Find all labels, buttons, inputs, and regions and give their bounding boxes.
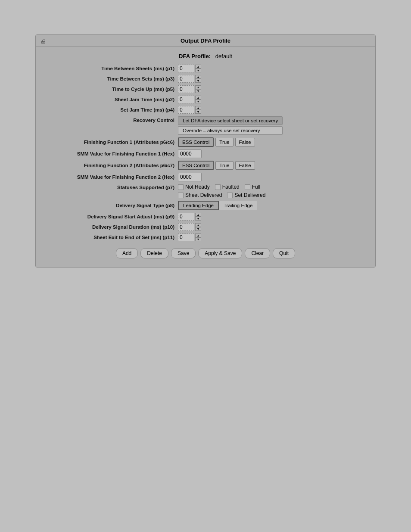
smm-ff1-input[interactable] (178, 149, 202, 158)
set-jam-time-down[interactable]: ▼ (195, 110, 201, 114)
checkbox-sheet-delivered-box[interactable] (178, 193, 184, 198)
time-between-sheets-up[interactable]: ▲ (195, 65, 201, 68)
delivery-signal-start-down[interactable]: ▼ (195, 217, 201, 221)
ff2-true[interactable]: True (215, 161, 233, 170)
delivery-signal-duration-label: Delivery Signal Duration (ms) (p10) (44, 224, 178, 230)
smm-ff1-row: SMM Value for Finishing Function 1 (Hex) (44, 149, 367, 158)
sheet-exit-up[interactable]: ▲ (195, 233, 201, 237)
finishing-function-2-label: Finishing Function 2 (Attributes p6/c7) (44, 163, 178, 168)
checkbox-set-delivered-box[interactable] (227, 193, 233, 198)
ff2-ess-control[interactable]: ESS Control (178, 161, 214, 170)
window-icon: 🖨 (40, 37, 46, 44)
delivery-edge-group: Leading Edge Trailing Edge (178, 201, 257, 210)
checkbox-sheet-delivered[interactable]: Sheet Delivered (178, 192, 222, 198)
statuses-block: Not Ready Faulted Full Sheet Delivered (178, 184, 265, 198)
checkbox-set-delivered-label: Set Delivered (234, 192, 265, 198)
time-between-sheets-control: ▲ ▼ (178, 65, 201, 72)
time-between-sheets-label: Time Between Sheets (ms) (p1) (44, 66, 178, 71)
delivery-signal-duration-down[interactable]: ▼ (195, 227, 201, 231)
delivery-signal-start-row: Delivery Signal Start Adjust (ms) (p9) ▲… (44, 213, 367, 221)
time-between-sets-down[interactable]: ▼ (195, 79, 201, 83)
checkbox-not-ready[interactable]: Not Ready (178, 184, 210, 190)
delivery-signal-type-row: Delivery Signal Type (p8) Leading Edge T… (44, 201, 367, 210)
sheet-exit-input[interactable] (178, 233, 194, 241)
checkbox-full[interactable]: Full (245, 184, 260, 190)
checkbox-faulted-label: Faulted (222, 184, 240, 190)
checkbox-full-box[interactable] (245, 184, 250, 190)
sheet-exit-label: Sheet Exit to End of Set (ms) (p11) (44, 235, 178, 240)
delivery-signal-duration-row: Delivery Signal Duration (ms) (p10) ▲ ▼ (44, 223, 367, 231)
clear-button[interactable]: Clear (245, 248, 270, 258)
delivery-signal-start-up[interactable]: ▲ (195, 213, 201, 217)
recovery-option-0[interactable]: Let DFA device select sheet or set recov… (178, 116, 283, 125)
sheet-jam-time-control: ▲ ▼ (178, 96, 201, 103)
delivery-signal-duration-input[interactable] (178, 223, 194, 231)
sheet-jam-time-spinner: ▲ ▼ (195, 96, 201, 103)
save-button[interactable]: Save (171, 248, 196, 258)
delivery-signal-duration-spinner: ▲ ▼ (195, 223, 201, 231)
window-title: Output DFA Profile (181, 37, 230, 44)
checkbox-faulted[interactable]: Faulted (215, 184, 240, 190)
ff1-false[interactable]: False (235, 138, 255, 146)
time-between-sheets-input[interactable] (178, 65, 194, 72)
recovery-option-1[interactable]: Override – always use set recovery (178, 126, 283, 135)
recovery-control-row: Recovery Control Let DFA device select s… (44, 116, 367, 135)
ff1-ess-control[interactable]: ESS Control (178, 137, 214, 147)
add-button[interactable]: Add (116, 248, 138, 258)
apply-save-button[interactable]: Apply & Save (198, 248, 242, 258)
time-between-sheets-down[interactable]: ▼ (195, 68, 201, 72)
sheet-jam-time-up[interactable]: ▲ (195, 96, 201, 100)
time-to-cycle-up-control: ▲ ▼ (178, 85, 201, 93)
sheet-jam-time-input[interactable] (178, 96, 194, 103)
smm-ff2-input[interactable] (178, 173, 202, 181)
checkbox-not-ready-box[interactable] (178, 184, 184, 190)
sheet-jam-time-down[interactable]: ▼ (195, 100, 201, 103)
finishing-function-2-group: ESS Control True False (178, 161, 255, 170)
sheet-exit-control: ▲ ▼ (178, 233, 201, 241)
quit-button[interactable]: Quit (273, 248, 295, 258)
output-dfa-profile-window: 🖨 Output DFA Profile DFA Profile: defaul… (35, 34, 376, 268)
set-jam-time-input[interactable] (178, 106, 194, 114)
time-to-cycle-up-label: Time to Cycle Up (ms) (p5) (44, 87, 178, 92)
statuses-supported-row: Statuses Supported (p7) Not Ready Faulte… (44, 184, 367, 198)
delivery-signal-type-label: Delivery Signal Type (p8) (44, 203, 178, 208)
time-to-cycle-up-down[interactable]: ▼ (195, 89, 201, 93)
time-between-sets-up[interactable]: ▲ (195, 75, 201, 79)
set-jam-time-up[interactable]: ▲ (195, 106, 201, 110)
checkbox-faulted-box[interactable] (215, 184, 221, 190)
sheet-jam-time-label: Sheet Jam Time (ms) (p2) (44, 97, 178, 102)
time-between-sets-label: Time Between Sets (ms) (p3) (44, 76, 178, 81)
checkbox-full-label: Full (252, 184, 260, 190)
checkbox-set-delivered[interactable]: Set Delivered (227, 192, 265, 198)
action-buttons: Add Delete Save Apply & Save Clear Quit (44, 248, 367, 258)
time-between-sets-input[interactable] (178, 75, 194, 83)
recovery-control-group: Let DFA device select sheet or set recov… (178, 116, 283, 135)
dfa-profile-row: DFA Profile: default (44, 53, 367, 59)
time-between-sets-spinner: ▲ ▼ (195, 75, 201, 83)
statuses-supported-label: Statuses Supported (p7) (44, 184, 178, 190)
delete-button[interactable]: Delete (140, 248, 168, 258)
finishing-function-1-group: ESS Control True False (178, 137, 255, 147)
delivery-signal-start-control: ▲ ▼ (178, 213, 201, 221)
leading-edge-btn[interactable]: Leading Edge (178, 201, 219, 210)
time-between-sets-row: Time Between Sets (ms) (p3) ▲ ▼ (44, 75, 367, 83)
time-to-cycle-up-input[interactable] (178, 85, 194, 93)
time-to-cycle-up-up[interactable]: ▲ (195, 85, 201, 89)
sheet-exit-row: Sheet Exit to End of Set (ms) (p11) ▲ ▼ (44, 233, 367, 241)
window-content: DFA Profile: default Time Between Sheets… (36, 47, 375, 267)
sheet-exit-down[interactable]: ▼ (195, 237, 201, 241)
ff2-false[interactable]: False (235, 161, 255, 170)
delivery-signal-start-spinner: ▲ ▼ (195, 213, 201, 221)
title-bar: 🖨 Output DFA Profile (36, 35, 375, 47)
statuses-row-1: Not Ready Faulted Full (178, 184, 265, 190)
dfa-profile-label: DFA Profile: (179, 53, 211, 59)
delivery-signal-start-input[interactable] (178, 213, 194, 221)
ff1-true[interactable]: True (215, 138, 233, 146)
finishing-function-2-row: Finishing Function 2 (Attributes p6/c7) … (44, 161, 367, 170)
trailing-edge-btn[interactable]: Trailing Edge (219, 201, 257, 210)
delivery-signal-start-label: Delivery Signal Start Adjust (ms) (p9) (44, 214, 178, 219)
smm-ff2-row: SMM Value for Finishing Function 2 (Hex) (44, 173, 367, 181)
sheet-exit-spinner: ▲ ▼ (195, 233, 201, 241)
set-jam-time-control: ▲ ▼ (178, 106, 201, 114)
delivery-signal-duration-up[interactable]: ▲ (195, 223, 201, 227)
